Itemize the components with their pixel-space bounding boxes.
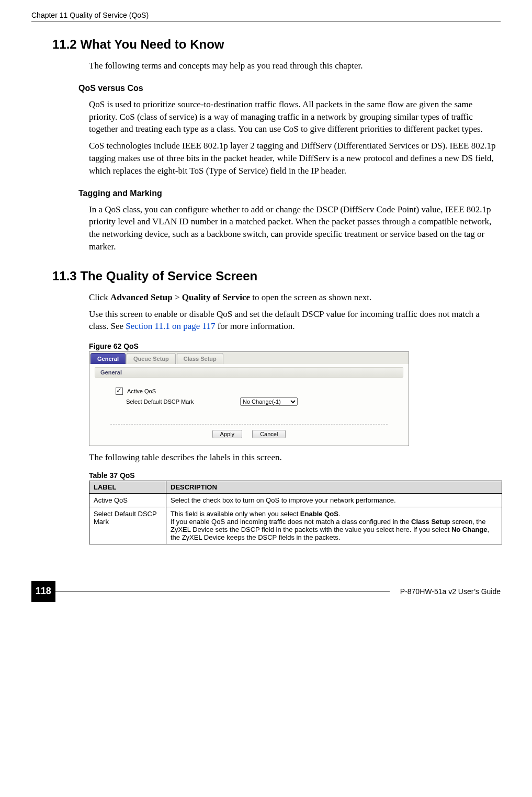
page-footer: 118 P-870HW-51a v2 User’s Guide (31, 581, 501, 602)
page-number: 118 (31, 581, 55, 602)
section-11-2-title: 11.2 What You Need to Know (52, 37, 501, 52)
section-11-2-intro: The following terms and concepts may hel… (89, 60, 501, 72)
active-qos-label: Active QoS (127, 388, 156, 394)
r2l1c: . (338, 510, 341, 518)
click-path1: Advanced Setup (110, 292, 173, 302)
p2b: for more information. (215, 321, 295, 331)
row1-desc: Select the check box to turn on QoS to i… (166, 493, 502, 507)
qos-screenshot: General Queue Setup Class Setup General … (89, 351, 409, 446)
row2-label: Select Default DSCP Mark (89, 507, 166, 544)
row1-label: Active QoS (89, 493, 166, 507)
guide-name: P-870HW-51a v2 User’s Guide (390, 587, 501, 596)
tab-row: General Queue Setup Class Setup (89, 352, 409, 364)
table-caption-text: Table 37 QoS (89, 471, 135, 480)
row2-desc: This field is available only when you se… (166, 507, 502, 544)
dscp-select[interactable]: No Change(-1) (240, 397, 298, 406)
general-panel: General Active QoS Select Default DSCP M… (89, 364, 409, 446)
tab-queue-setup[interactable]: Queue Setup (127, 353, 176, 364)
form-area: Active QoS Select Default DSCP Mark No C… (95, 378, 403, 418)
tagging-heading: Tagging and Marking (78, 189, 501, 198)
dscp-row: Select Default DSCP Mark No Change(-1) (116, 397, 393, 406)
qos-table: LABEL DESCRIPTION Active QoS Select the … (89, 481, 502, 544)
qos-vs-cos-heading: QoS versus Cos (78, 84, 501, 93)
active-qos-row: Active QoS (116, 388, 393, 395)
active-qos-checkbox[interactable] (116, 388, 123, 395)
col-label: LABEL (89, 481, 166, 493)
figure-caption: Figure 62 QoS (89, 342, 501, 350)
r2l1a: This field is available only when you se… (171, 510, 300, 518)
section-link[interactable]: Section 11.1 on page 117 (126, 321, 215, 331)
col-description: DESCRIPTION (166, 481, 502, 493)
cancel-button[interactable]: Cancel (252, 430, 286, 438)
table-header-row: LABEL DESCRIPTION (89, 481, 502, 493)
r2l2a: If you enable QoS and incoming traffic d… (171, 518, 411, 526)
table-caption: Table 37 QoS (89, 471, 501, 480)
qos-vs-cos-p2: CoS technologies include IEEE 802.1p lay… (89, 140, 501, 177)
click-prefix: Click (89, 292, 110, 302)
r2l2d: No Change (451, 526, 488, 533)
table-row: Select Default DSCP Mark This field is a… (89, 507, 502, 544)
dscp-label: Select Default DSCP Mark (126, 398, 236, 405)
figure-caption-text: Figure 62 QoS (89, 342, 139, 350)
button-row: Apply Cancel (110, 424, 388, 438)
footer-rule (55, 591, 390, 591)
tab-class-setup[interactable]: Class Setup (177, 353, 223, 364)
r2l2b: Class Setup (411, 518, 450, 526)
click-path2: Quality of Service (182, 292, 250, 302)
click-suffix: to open the screen as shown next. (250, 292, 371, 302)
qos-vs-cos-p1: QoS is used to prioritize source-to-dest… (89, 98, 501, 135)
chapter-label: Chapter 11 Quality of Service (QoS) (31, 11, 149, 19)
page-header: Chapter 11 Quality of Service (QoS) (31, 10, 501, 21)
footer-line-wrap: P-870HW-51a v2 User’s Guide (55, 587, 501, 596)
click-gt: > (173, 292, 182, 302)
table-row: Active QoS Select the check box to turn … (89, 493, 502, 507)
section-11-3-click: Click Advanced Setup > Quality of Servic… (89, 291, 501, 304)
table-intro: The following table describes the labels… (89, 451, 501, 464)
section-11-3-p2: Use this screen to enable or disable QoS… (89, 308, 501, 333)
tagging-p1: In a QoS class, you can configure whethe… (89, 203, 501, 253)
apply-button[interactable]: Apply (212, 430, 243, 438)
tab-general[interactable]: General (90, 353, 126, 364)
r2l1b: Enable QoS (300, 510, 338, 518)
panel-title: General (95, 367, 403, 378)
section-11-3-title: 11.3 The Quality of Service Screen (52, 269, 501, 283)
